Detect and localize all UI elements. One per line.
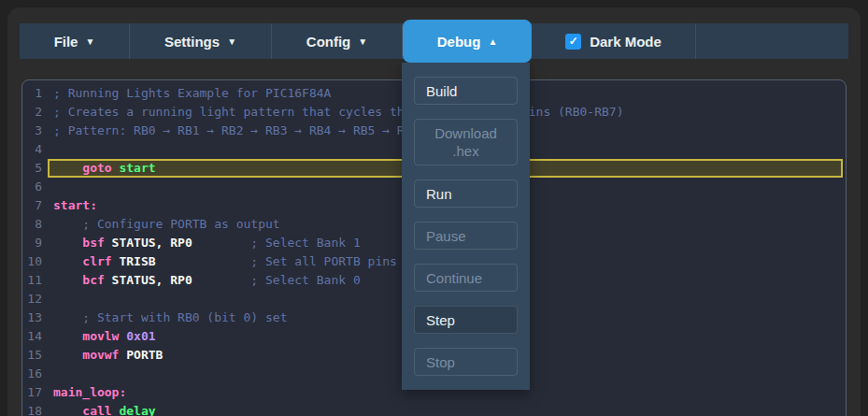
line-number: 13	[22, 308, 42, 327]
line-number: 3	[22, 122, 42, 140]
menu-debug-button[interactable]: Debug ▲	[403, 20, 532, 63]
code-token-kw: movwf	[82, 348, 119, 362]
menu-config-label: Config	[306, 34, 350, 50]
line-number: 18	[22, 402, 42, 416]
line-number: 7	[22, 196, 42, 215]
debug-menu-item-pause: Pause	[414, 222, 518, 250]
code-token-kw: bsf	[82, 236, 104, 250]
code-token-kw: movlw	[82, 329, 119, 343]
code-token-num: 0x01	[126, 329, 155, 343]
line-number: 10	[22, 252, 42, 271]
dark-mode-toggle: ✓ Dark Mode	[531, 23, 695, 59]
code-token-op: PORTB	[119, 348, 163, 362]
code-token-plain	[53, 329, 82, 343]
toolbar-spacer	[695, 23, 848, 59]
code-token-plain	[53, 404, 82, 416]
toolbar: File ▼ Settings ▼ Config ▼ Debug ▲ ✓ Dar…	[20, 23, 848, 59]
code-token-kw: start:	[53, 198, 97, 212]
debug-menu: BuildDownload .hexRunPauseContinueStepSt…	[402, 63, 530, 390]
code-token-comment: ; Select Bank 0	[192, 273, 361, 287]
code-token-plain	[53, 161, 82, 175]
menu-settings-label: Settings	[164, 34, 220, 50]
line-number: 16	[22, 365, 42, 383]
menu-config[interactable]: Config ▼	[271, 23, 402, 59]
chevron-up-icon: ▲	[488, 36, 497, 47]
code-token-comment: ; Start with RB0 (bit 0) set	[53, 310, 287, 324]
code-token-kw: main_loop:	[53, 385, 126, 399]
debug-menu-item-step[interactable]: Step	[414, 306, 518, 334]
dark-mode-checkbox[interactable]: ✓	[565, 34, 581, 50]
chevron-down-icon: ▼	[227, 36, 236, 47]
code-token-lbl: delay	[119, 404, 155, 416]
line-number: 6	[22, 178, 42, 196]
menu-debug-label: Debug	[437, 34, 481, 50]
code-token-plain	[53, 273, 82, 287]
code-token-plain	[53, 348, 82, 362]
debug-menu-item-build[interactable]: Build	[414, 77, 518, 105]
menu-debug-cell: Debug ▲	[402, 23, 531, 59]
code-line[interactable]: 18 call delay	[22, 402, 846, 416]
line-number: 11	[22, 271, 42, 290]
code-token-comment: ; Creates a running light pattern that c…	[53, 105, 623, 119]
debug-menu-item-download-hex: Download .hex	[414, 119, 518, 165]
line-number: 2	[22, 103, 42, 122]
code-token-comment: ; Select Bank 1	[192, 236, 361, 250]
line-number: 4	[22, 140, 42, 159]
line-number: 17	[22, 383, 42, 402]
debug-menu-item-run[interactable]: Run	[414, 179, 518, 208]
code-token-op: STATUS, RP0	[105, 236, 192, 250]
code-token-kw: bcf	[82, 273, 104, 287]
debug-menu-item-continue: Continue	[414, 264, 518, 292]
code-token-plain	[53, 254, 82, 268]
code-token-op: TRISB	[112, 254, 156, 268]
line-number: 12	[22, 290, 42, 308]
line-number: 15	[22, 346, 42, 365]
line-number: 9	[22, 234, 42, 252]
check-icon: ✓	[569, 35, 578, 48]
debug-menu-item-stop: Stop	[414, 348, 518, 376]
line-number: 1	[22, 84, 42, 103]
code-token-plain	[53, 236, 82, 250]
dark-mode-label: Dark Mode	[590, 34, 662, 50]
code-token-kw: call	[82, 404, 111, 416]
code-text: call delay	[48, 402, 843, 416]
menu-settings[interactable]: Settings ▼	[129, 23, 271, 59]
menu-file-label: File	[54, 34, 78, 50]
line-number: 5	[22, 159, 42, 178]
chevron-down-icon: ▼	[358, 36, 367, 47]
code-token-comment: ; Running Lights Example for PIC16F84A	[53, 86, 331, 100]
code-token-op: STATUS, RP0	[105, 273, 192, 287]
code-token-kw: goto	[82, 161, 111, 175]
code-token-comment: ; Configure PORTB as output	[53, 217, 280, 231]
code-token-kw: clrf	[82, 254, 111, 268]
chevron-down-icon: ▼	[85, 36, 94, 47]
menu-file[interactable]: File ▼	[20, 23, 129, 59]
line-number: 8	[22, 215, 42, 234]
line-number: 14	[22, 327, 42, 346]
code-token-lbl: start	[119, 161, 155, 175]
